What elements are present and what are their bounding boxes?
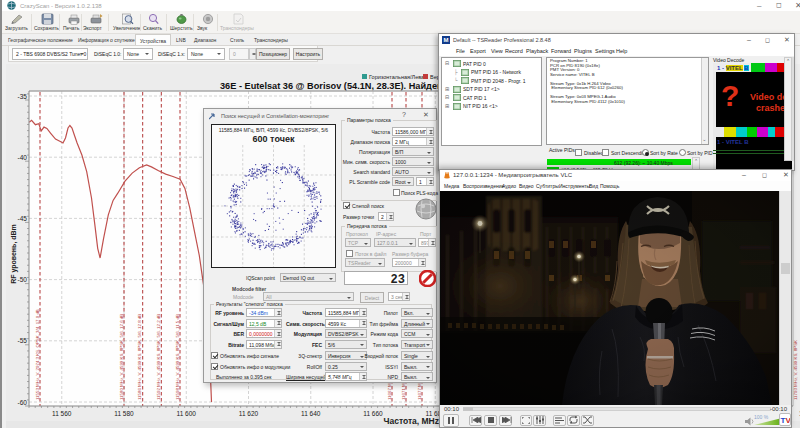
svg-text:-60: -60 [18, 399, 28, 406]
svg-text:11 620: 11 620 [239, 410, 259, 417]
svg-text:-50: -50 [18, 276, 28, 283]
svg-text:-55: -55 [18, 337, 28, 344]
svg-text:11 580: 11 580 [114, 410, 134, 417]
svg-text:11580 MHz, V, 4599 KS, 8PSK, 5: 11580 MHz, V, 4599 KS, 8PSK, 5/6, 12.6 d… [119, 314, 124, 400]
svg-text:-35: -35 [18, 93, 28, 100]
svg-text:11 600: 11 600 [177, 410, 197, 417]
svg-text:-40: -40 [18, 154, 28, 161]
svg-text:11598 MHz, V, 4599 KS, 8PSK, 5: 11598 MHz, V, 4599 KS, 8PSK, 5/6, 11.5 d… [175, 314, 180, 400]
svg-text:11 640: 11 640 [301, 410, 321, 417]
svg-text:-45: -45 [18, 215, 28, 222]
svg-text:11586 MHz, V, 4599 KS, 8PSK, 5: 11586 MHz, V, 4599 KS, 8PSK, 5/6, 12.8 d… [137, 314, 142, 400]
svg-text:11 660: 11 660 [363, 410, 383, 417]
svg-text:RF уровень, dBm: RF уровень, dBm [10, 224, 18, 284]
svg-text:11553 MHz, V, 2974.3 KS, QPSK,: 11553 MHz, V, 2974.3 KS, QPSK, 3/4, 17.0… [35, 309, 40, 400]
svg-text:11793 MHz, V, 4599 KS, 8PSK: 11793 MHz, V, 4599 KS, 8PSK [793, 340, 798, 400]
svg-text:Частота, MHz: Частота, MHz [383, 416, 439, 426]
svg-text:Горизонтальная/Левая: Горизонтальная/Левая [369, 74, 427, 80]
svg-text:11 560: 11 560 [52, 410, 72, 417]
svg-text:11592 MHz, V, 4599 KS, 8PSK, 5: 11592 MHz, V, 4599 KS, 8PSK, 5/6, 12.2 d… [156, 314, 161, 400]
